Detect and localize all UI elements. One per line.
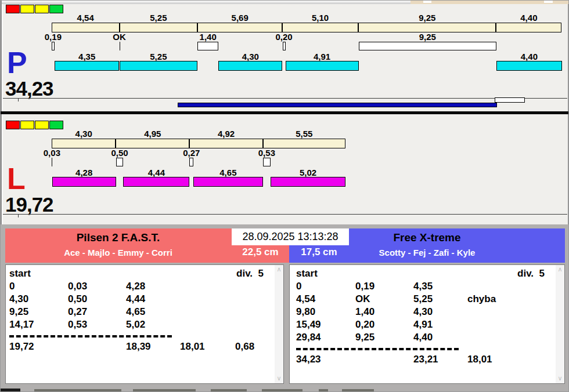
dog-run-time-label: 4,44	[132, 168, 181, 177]
lap-segment-divider	[189, 139, 190, 148]
totals-cell: 18,01	[180, 340, 235, 353]
lap-segment-divider	[197, 23, 198, 32]
lap-segment-divider	[495, 23, 496, 32]
dog-run-time-label: 4,35	[63, 52, 111, 61]
lap-segment-label: 4,54	[61, 13, 110, 22]
run-timestamp: 28.09.2025 13:13:28	[232, 228, 349, 245]
status-artifact	[34, 389, 121, 392]
table-cell: 4,44	[126, 293, 180, 306]
totals-cell: 19,72	[9, 340, 68, 353]
results-table-left: startdiv. 500,034,284,300,504,449,250,27…	[5, 264, 284, 384]
dog-run-time-label: 5,25	[134, 52, 183, 61]
table-cell	[467, 318, 520, 331]
status-light	[49, 121, 63, 129]
results-table-right: startdiv. 500,194,354,54OK5,25chyba9,801…	[289, 264, 565, 384]
left-table-scrollbar[interactable]: ∧ ∨	[275, 265, 283, 383]
table-cell	[467, 280, 520, 293]
status-artifact	[262, 389, 302, 392]
exchange-time-label: 0,20	[260, 32, 308, 41]
totals-separator	[296, 348, 459, 350]
status-artifact	[342, 389, 374, 392]
dog-run-time-label: 4,40	[505, 52, 553, 61]
dog-run-time-label: 4,91	[298, 52, 347, 61]
scroll-up-button[interactable]: ∧	[556, 265, 564, 274]
elapsed-time-bar	[178, 103, 497, 107]
exchange-time-box	[283, 42, 286, 50]
exchange-time-label: 0,03	[27, 148, 76, 157]
table-cell: 0	[9, 280, 68, 293]
exchange-time-label: 0,27	[167, 148, 216, 157]
lap-time-bar	[52, 139, 345, 148]
status-light	[35, 121, 49, 129]
table-cell: 4,54	[296, 293, 355, 306]
status-light	[20, 5, 34, 13]
table-cell: 15,49	[296, 318, 355, 331]
baseline-tick	[18, 215, 19, 217]
scroll-up-button[interactable]: ∧	[275, 265, 283, 274]
scroll-down-button[interactable]: ∨	[556, 374, 564, 383]
totals-cell: 18,01	[467, 353, 520, 366]
table-cell	[180, 293, 235, 306]
lane-p-baseline	[3, 98, 567, 99]
totals-cell: 34,23	[296, 353, 355, 366]
dog-run-bar	[55, 61, 120, 71]
status-light	[35, 5, 49, 13]
table-cell: 4,91	[413, 318, 467, 331]
exchange-time-label: 0,19	[28, 32, 77, 41]
exchange-time-box	[52, 42, 55, 50]
window-edge-notch	[544, 1, 553, 3]
dog-run-bar	[218, 61, 282, 71]
timing-app-window: P 34,23 L 19,72 Pilsen 2 F.A.S.T. Ace - …	[0, 0, 569, 392]
dog-run-bar	[120, 61, 198, 71]
lap-time-bar	[52, 23, 561, 32]
table-cell: 4,30	[9, 293, 68, 306]
jump-height-left: 22,5 cm	[232, 245, 289, 259]
dog-run-time-label: 4,30	[226, 52, 275, 61]
exchange-time-label: 1,40	[183, 32, 232, 41]
dog-run-bar	[193, 177, 262, 187]
table-row: 4,300,504,44	[9, 293, 283, 306]
table-cell	[180, 280, 235, 293]
table-row: 4,54OK5,25chyba	[296, 293, 564, 306]
lap-segment-divider	[282, 23, 283, 32]
start-column-label: start	[9, 267, 31, 280]
exchange-time-box	[189, 158, 193, 166]
right-table-scrollbar[interactable]: ∧ ∨	[556, 265, 564, 383]
exchange-tick	[120, 42, 120, 50]
table-cell	[180, 306, 235, 318]
table-cell: 1,40	[355, 306, 413, 318]
lap-segment-label: 5,69	[215, 13, 264, 22]
exchange-time-label: 0,53	[242, 148, 291, 157]
table-cell: 4,30	[413, 306, 467, 318]
lap-segment-label: 5,25	[134, 13, 183, 22]
lane-l-letter: L	[7, 164, 26, 194]
lane-p-total-time: 34,23	[5, 78, 53, 99]
lap-segment-divider	[119, 23, 120, 32]
lap-segment-label: 4,95	[128, 129, 177, 138]
table-cell: 4,28	[126, 280, 180, 293]
totals-cell: 23,21	[413, 353, 467, 366]
totals-row: 34,2323,2118,01	[296, 353, 564, 366]
totals-separator	[9, 335, 172, 337]
lap-segment-label: 4,30	[59, 129, 108, 138]
dog-run-time-label: 5,02	[284, 168, 333, 177]
table-row: 9,250,274,65	[9, 306, 283, 318]
dog-run-bar	[52, 177, 116, 187]
scroll-down-button[interactable]: ∨	[275, 374, 283, 383]
division-label: div. 5	[236, 267, 264, 280]
table-row: 00,034,28	[9, 280, 283, 293]
dog-run-bar	[271, 177, 345, 187]
table-cell: 0,20	[355, 318, 413, 331]
status-artifact	[133, 389, 196, 392]
lap-segment-label: 5,55	[280, 129, 329, 138]
table-cell: 4,40	[413, 331, 467, 344]
table-cell	[467, 306, 520, 318]
lap-segment-divider	[358, 23, 359, 32]
table-cell: 0,50	[68, 293, 126, 306]
lane-l-total-time: 19,72	[5, 194, 53, 215]
table-cell: 9,80	[296, 306, 355, 318]
lap-segment-divider	[115, 139, 116, 148]
dog-run-bar	[123, 177, 189, 187]
exchange-time-label: 9,25	[403, 32, 452, 41]
table-header-row: startdiv. 5	[9, 267, 283, 280]
